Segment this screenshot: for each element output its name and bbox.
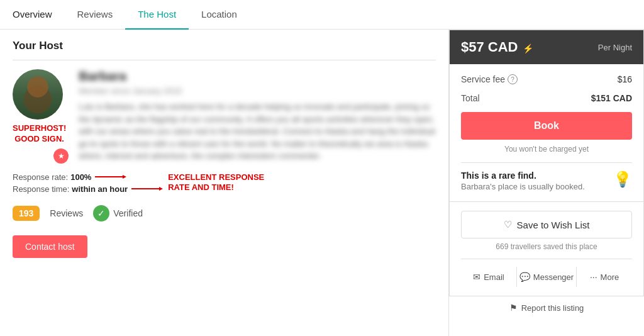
tab-reviews[interactable]: Reviews: [65, 0, 126, 30]
nav-tabs: Overview Reviews The Host Location: [0, 0, 644, 30]
per-night-label: Per Night: [598, 43, 632, 52]
tab-location[interactable]: Location: [189, 0, 250, 30]
service-fee-help[interactable]: ?: [508, 74, 518, 84]
email-icon: ✉: [473, 272, 480, 282]
messenger-share-button[interactable]: 💬 Messenger: [517, 267, 577, 287]
main-layout: Your Host SUPERHOST! GOOD SIGN. Barbara …: [0, 30, 644, 336]
rare-find-text: This is a rare find. Barbara's place is …: [461, 171, 607, 191]
response-rate-value: 100%: [70, 172, 91, 182]
response-annotations: Response rate: 100% Response time: withi…: [13, 172, 436, 196]
email-share-button[interactable]: ✉ Email: [461, 267, 517, 287]
save-to-wish-list-button[interactable]: ♡ Save to Wish List: [461, 211, 632, 238]
response-time-label: Response time:: [13, 184, 69, 194]
arrow-line-1: [95, 174, 126, 180]
response-time-row: Response time: within an hour: [13, 184, 163, 194]
host-info: Barbara Member since January 2015 Lulu i…: [79, 69, 436, 162]
svg-marker-3: [159, 187, 163, 191]
service-fee-label: Service fee ?: [461, 74, 518, 84]
lightbulb-icon: 💡: [613, 171, 632, 188]
reviews-label: Reviews: [50, 208, 83, 218]
report-listing-link[interactable]: ⚑ Report this listing: [460, 303, 633, 313]
book-button[interactable]: Book: [461, 112, 632, 140]
host-subtitle: Member since January 2015: [79, 86, 436, 96]
report-section: ⚑ Report this listing: [449, 296, 644, 319]
excellent-response-text: EXCELLENT RESPONSERATE AND TIME!: [168, 172, 264, 194]
left-content: Your Host SUPERHOST! GOOD SIGN. Barbara …: [0, 30, 449, 336]
total-row: Total $151 CAD: [461, 89, 632, 103]
total-value: $151 CAD: [591, 93, 632, 103]
booking-body: Service fee ? $16 Total $151 CAD Book Yo…: [450, 64, 643, 201]
verified-badge: ✓ Verified: [93, 205, 143, 221]
svg-marker-1: [123, 175, 126, 179]
booking-header: $57 CAD ⚡ Per Night: [450, 30, 643, 64]
messenger-label: Messenger: [533, 272, 574, 282]
more-icon: ···: [590, 272, 597, 282]
avatar: [13, 69, 63, 120]
total-label: Total: [461, 93, 480, 103]
host-bio: Lulu is Barbara, she has worked here for…: [79, 101, 436, 162]
avatar-container: SUPERHOST! GOOD SIGN.: [13, 69, 66, 162]
reviews-badge: 193: [13, 206, 40, 221]
heart-icon: ♡: [504, 219, 512, 230]
price-value: $57 CAD: [461, 39, 518, 55]
flash-icon: ⚡: [523, 43, 533, 53]
wish-list-section: ♡ Save to Wish List 669 travellers saved…: [449, 202, 644, 296]
rare-find: This is a rare find. Barbara's place is …: [461, 162, 632, 191]
price-display: $57 CAD ⚡: [461, 39, 533, 55]
stats-row: 193 Reviews ✓ Verified: [13, 205, 436, 221]
more-share-button[interactable]: ··· More: [577, 267, 632, 287]
tab-the-host[interactable]: The Host: [125, 0, 189, 30]
service-fee-value: $16: [618, 74, 632, 84]
rare-find-title: This is a rare find.: [461, 171, 607, 181]
response-rate-row: Response rate: 100%: [13, 172, 163, 182]
your-host-title: Your Host: [13, 40, 436, 60]
host-name: Barbara: [79, 69, 436, 84]
response-time-value: within an hour: [72, 184, 128, 194]
verified-label: Verified: [113, 208, 143, 218]
avatar-inner: [13, 69, 63, 120]
messenger-icon: 💬: [519, 272, 530, 282]
superhost-badge-icon: [53, 148, 69, 164]
report-label: Report this listing: [521, 303, 584, 313]
share-row: ✉ Email 💬 Messenger ··· More: [461, 259, 632, 287]
right-sidebar: $57 CAD ⚡ Per Night Service fee ? $16 To…: [449, 30, 644, 336]
response-section: Response rate: 100% Response time: withi…: [13, 172, 436, 196]
rare-find-sub: Barbara's place is usually booked.: [461, 182, 607, 191]
travellers-saved: 669 travellers saved this place: [461, 242, 632, 251]
no-charge-label: You won't be charged yet: [461, 145, 632, 154]
verified-icon: ✓: [93, 205, 109, 221]
more-label: More: [601, 272, 619, 282]
tab-overview[interactable]: Overview: [0, 0, 65, 30]
wish-list-label: Save to Wish List: [517, 220, 590, 230]
email-label: Email: [484, 272, 504, 282]
host-profile: SUPERHOST! GOOD SIGN. Barbara Member sin…: [13, 69, 436, 162]
response-rate-label: Response rate:: [13, 172, 68, 182]
service-fee-row: Service fee ? $16: [461, 74, 632, 84]
superhost-label: SUPERHOST! GOOD SIGN.: [13, 123, 66, 145]
contact-host-button[interactable]: Contact host: [13, 235, 87, 258]
response-lines: Response rate: 100% Response time: withi…: [13, 172, 163, 196]
arrow-line-2: [131, 186, 163, 192]
booking-widget: $57 CAD ⚡ Per Night Service fee ? $16 To…: [449, 30, 644, 202]
flag-icon: ⚑: [509, 303, 518, 313]
